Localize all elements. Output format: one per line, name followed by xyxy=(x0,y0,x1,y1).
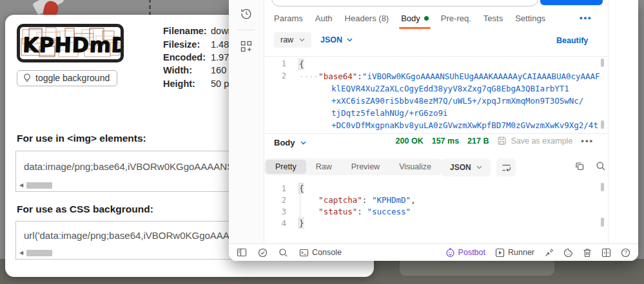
indent-guide xyxy=(300,185,300,222)
response-body-viewer[interactable]: 1{2 "captcha": "KPHDmD",3 "status": "suc… xyxy=(264,183,601,229)
code-token: : xyxy=(357,71,362,81)
chevron-down-icon xyxy=(300,141,306,145)
captcha-graphic: KPHDmD xyxy=(20,27,121,59)
request-tab-label: Body xyxy=(401,14,420,23)
copy-response-button[interactable] xyxy=(574,161,585,171)
response-status: 200 OK xyxy=(396,137,424,146)
response-tab-pretty[interactable]: Pretty xyxy=(266,160,306,174)
help-button[interactable]: ? xyxy=(621,248,630,258)
code-token: "iVBORw0KGgoAAAANSUhEUgAAAKAAAAAyCAIAAAB… xyxy=(362,71,601,81)
request-tab-settings[interactable]: Settings xyxy=(515,14,545,23)
scrollbar-thumb[interactable] xyxy=(601,120,604,129)
request-tab-label: Tests xyxy=(483,14,503,23)
check-circle-icon xyxy=(258,248,268,258)
code-line-content: { xyxy=(295,58,304,70)
postbot-button[interactable]: Postbot xyxy=(445,248,485,258)
save-as-example-button[interactable]: Save as example xyxy=(497,136,572,146)
request-language-dropdown[interactable]: JSON xyxy=(320,35,353,44)
code-line-content: "captcha": "KPHDmD", xyxy=(295,194,416,206)
toggle-sidebar-button[interactable] xyxy=(237,248,247,257)
metadata-label: Filename: xyxy=(163,26,206,36)
code-line: +DC0vDfMxgpnaKbv8yuLA0zGVwzmXwKpfBD7M0zG… xyxy=(264,119,601,131)
code-line-content: klEQVR4Xu2ZaXLcOgyEdd38yyV8xZxg7qG8EbgA3… xyxy=(295,82,569,95)
captcha-image: KPHDmD xyxy=(17,24,124,62)
code-line: 1{ xyxy=(264,58,601,70)
divider xyxy=(264,133,608,134)
split-panel-icon xyxy=(601,248,611,258)
code-line-content: tjDqtz5felahNUg/+rG6zo9i xyxy=(295,107,448,119)
checkpoints-button[interactable] xyxy=(258,248,268,258)
capture-requests-button[interactable] xyxy=(544,248,554,258)
code-token: "captcha" xyxy=(318,195,362,205)
trash-button[interactable] xyxy=(583,248,592,258)
code-line-content: "status": "success" xyxy=(295,206,411,218)
line-number: 2 xyxy=(264,194,295,206)
toggle-background-button[interactable]: toggle background xyxy=(17,70,117,86)
new-panel-icon[interactable] xyxy=(240,40,253,53)
scrollbar-thumb[interactable] xyxy=(26,250,52,256)
console-label: Console xyxy=(312,248,342,257)
response-more-options-button[interactable]: ••• xyxy=(581,136,594,146)
help-icon: ? xyxy=(621,248,630,258)
line-number: 4 xyxy=(264,218,295,229)
response-tab-visualize[interactable]: Visualize xyxy=(389,160,441,174)
cookies-button[interactable] xyxy=(563,248,573,258)
right-rail-divider xyxy=(608,0,609,243)
scroll-left-arrow-icon[interactable]: ◀ xyxy=(19,249,26,257)
request-tab-headers-8-[interactable]: Headers (8) xyxy=(345,14,389,23)
request-tab-label: Pre-req. xyxy=(441,14,471,23)
beautify-button[interactable]: Beautify xyxy=(556,36,588,45)
code-token: tjDqtz5felahNUg/+rG6zo9i xyxy=(331,108,448,118)
runner-icon xyxy=(495,248,505,258)
response-size: 217 B xyxy=(467,137,489,146)
code-line-content: +xXC6isZA90riSbbv48ezM7Q/uWL5+/xpqJrmXmq… xyxy=(295,95,583,107)
history-icon[interactable] xyxy=(240,7,253,20)
request-tab-auth[interactable]: Auth xyxy=(315,14,333,23)
request-tabs: ParamsAuthHeaders (8)BodyPre-req.TestsSe… xyxy=(274,10,545,26)
scrollbar-thumb[interactable] xyxy=(601,183,604,191)
response-body-dropdown[interactable]: Body xyxy=(274,138,306,147)
status-bar: Console Postbot Runner xyxy=(229,243,638,261)
request-tab-body[interactable]: Body xyxy=(401,14,429,23)
request-more-options-button[interactable]: ••• xyxy=(580,13,592,23)
send-button[interactable] xyxy=(540,0,603,5)
runner-label: Runner xyxy=(508,248,534,257)
body-mode-dropdown[interactable]: raw xyxy=(274,32,311,48)
response-language-dropdown[interactable]: JSON xyxy=(442,158,491,176)
search-response-button[interactable] xyxy=(596,161,606,171)
code-line: 3 "status": "success" xyxy=(264,206,601,218)
response-tab-raw[interactable]: Raw xyxy=(306,160,342,174)
request-tab-tests[interactable]: Tests xyxy=(483,14,503,23)
wrap-text-button[interactable] xyxy=(496,158,516,176)
response-tab-preview[interactable]: Preview xyxy=(342,160,389,174)
sidebar-toggle-icon xyxy=(237,248,247,257)
request-body-editor[interactable]: 1{2····"base64":"iVBORw0KGgoAAAANSUhEUgA… xyxy=(264,58,601,131)
find-button[interactable] xyxy=(278,248,288,258)
search-icon xyxy=(596,161,606,171)
unsaved-changes-dot xyxy=(424,16,429,21)
request-tab-params[interactable]: Params xyxy=(274,14,303,23)
console-button[interactable]: Console xyxy=(299,248,342,257)
split-panel-button[interactable] xyxy=(601,248,611,258)
code-token xyxy=(299,207,318,216)
search-icon xyxy=(278,248,288,258)
request-tab-label: Auth xyxy=(315,14,333,23)
code-token: : xyxy=(362,195,372,205)
metadata-label: Filesize: xyxy=(163,39,206,50)
line-number xyxy=(264,119,295,131)
url-input[interactable] xyxy=(271,0,538,6)
response-meta: 200 OK 157 ms 217 B Save as example ••• xyxy=(390,136,594,146)
img-usage-heading: For use in <img> elements: xyxy=(17,133,146,144)
code-line-content: +DC0vDfMxgpnaKbv8yuLA0zGVwzmXwKpfBD7M0zG… xyxy=(295,119,598,131)
scroll-left-arrow-icon[interactable]: ◀ xyxy=(19,182,26,189)
runner-button[interactable]: Runner xyxy=(495,248,534,258)
scrollbar-thumb[interactable] xyxy=(601,59,604,67)
lightbulb-icon xyxy=(23,73,31,82)
scrollbar-thumb[interactable] xyxy=(26,182,52,189)
postman-window: ParamsAuthHeaders (8)BodyPre-req.TestsSe… xyxy=(229,0,638,261)
scrollbar-thumb[interactable] xyxy=(601,218,604,227)
console-icon xyxy=(299,249,309,257)
request-tab-pre-req-[interactable]: Pre-req. xyxy=(441,14,471,23)
request-tab-label: Headers (8) xyxy=(345,14,389,23)
code-token: "KPHDmD" xyxy=(372,195,411,205)
